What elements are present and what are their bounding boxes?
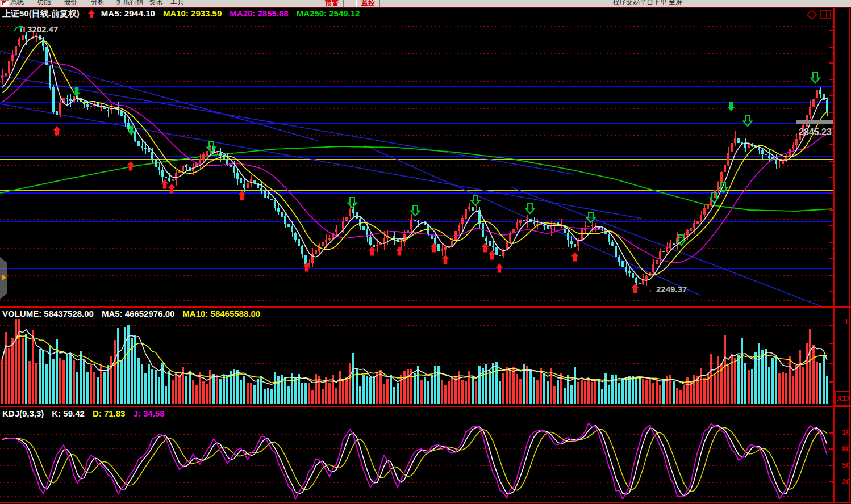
volume-indicator-labels: VOLUME: 58437528.00MA5: 46652976.00MA10:… xyxy=(2,309,268,318)
volume-label: MA10: 58465588.00 xyxy=(182,309,260,318)
ma-label: MA250: 2549.12 xyxy=(297,9,360,18)
signal-arrows-layer xyxy=(53,73,820,293)
kdj-label: J: 34.58 xyxy=(133,409,164,418)
current-price-label: 2845.23 xyxy=(799,127,850,137)
volume-label: MA5: 46652976.00 xyxy=(102,309,174,318)
volume-label: VOLUME: 58437528.00 xyxy=(2,309,94,318)
kdj-scale-label: 100 xyxy=(842,428,850,436)
kdj-indicator-labels: KDJ(9,3,3)K: 59.42D: 71.83J: 34.58 xyxy=(2,409,173,418)
main-grid-layer xyxy=(0,26,834,301)
expand-arrow-icon xyxy=(2,274,6,281)
kdj-scale-label: 50 xyxy=(842,461,850,469)
kdj-scale-label: 80 xyxy=(842,444,850,453)
kdj-scale-label: 20 xyxy=(842,477,850,486)
chart-title[interactable]: 上证50(日线.前复权) xyxy=(2,9,80,18)
kdj-label: K: 59.42 xyxy=(52,409,85,418)
chart-canvas[interactable] xyxy=(0,0,851,504)
sidebar-expand-handle[interactable] xyxy=(0,257,7,299)
split-window-icon[interactable] xyxy=(820,10,832,20)
ma-label: MA10: 2933.59 xyxy=(163,9,222,18)
low-price-label: ←2249.37 xyxy=(648,284,687,294)
volume-header: VOLUME: 58437528.00MA5: 46652976.00MA10:… xyxy=(2,309,276,318)
kdj-lines-layer xyxy=(2,423,827,499)
ma-label: MA20: 2855.88 xyxy=(230,9,288,18)
ma-indicator-labels: MA5: 2944.10MA10: 2933.59MA20: 2855.88MA… xyxy=(101,9,368,18)
peak-price-label: 3202.47 xyxy=(27,24,58,34)
peak-marker-icon xyxy=(14,24,26,33)
kdj-header: KDJ(9,3,3)K: 59.42D: 71.83J: 34.58 xyxy=(2,409,181,418)
trading-app-window: 系统功能报价分析扩展行情资讯工具 预警监控 程序交易平台下单 全屏 上证50(日… xyxy=(0,0,851,504)
main-chart-header: 上证50(日线.前复权)MA5: 2944.10MA10: 2933.59MA2… xyxy=(2,9,376,19)
ma-lines-layer xyxy=(2,37,827,280)
kdj-grid xyxy=(0,434,834,497)
ma-label: MA5: 2944.10 xyxy=(101,9,155,18)
current-price-bar xyxy=(796,120,834,124)
kdj-label: KDJ(9,3,3) xyxy=(2,409,44,418)
trendline-layer[interactable] xyxy=(0,51,831,310)
volume-bars-layer[interactable] xyxy=(1,319,828,404)
pane-tag-badge[interactable]: X17 xyxy=(835,392,851,406)
diamond-icon[interactable] xyxy=(807,10,817,20)
volume-scale-label: 1 xyxy=(844,317,851,326)
up-arrow-icon xyxy=(87,9,95,18)
kdj-label: D: 71.83 xyxy=(93,409,126,418)
